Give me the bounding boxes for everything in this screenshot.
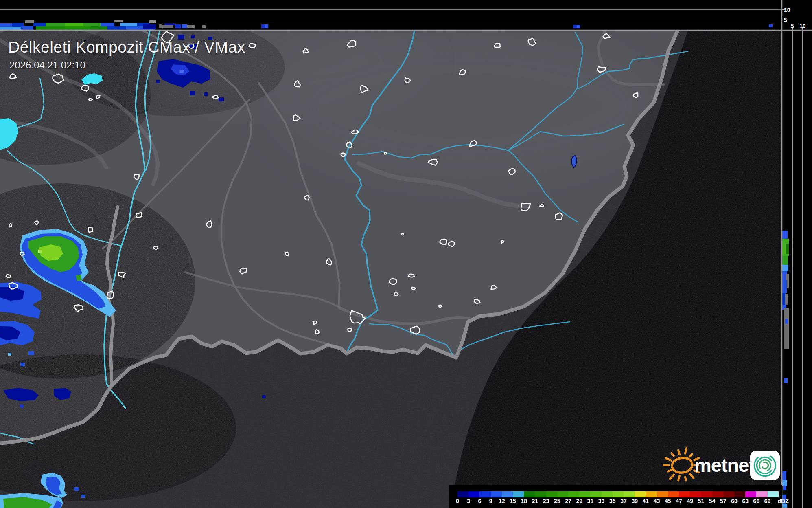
radar-echo-cell (81, 495, 85, 498)
radar-viewer: 105510 metnet Délkeleti Kompozit CMax / … (0, 0, 812, 508)
profile-echo-cell (126, 26, 142, 30)
axis-label: 10 (784, 7, 790, 13)
profile-echo-cell (182, 24, 187, 28)
legend-tick-label: 3 (467, 498, 470, 504)
legend-swatch (701, 491, 712, 497)
legend-unit-label: dBZ (777, 498, 788, 504)
profile-echo-cell (782, 480, 787, 486)
legend-swatch (712, 491, 723, 497)
legend-swatch (513, 491, 524, 497)
profile-echo-cell (120, 23, 137, 26)
axis-label: 5 (784, 17, 787, 23)
profile-echo-cell (782, 231, 788, 239)
profile-echo-cell (0, 23, 12, 27)
legend-tick-label: 27 (565, 498, 571, 504)
radar-echo-cell (8, 353, 11, 356)
profile-echo-cell (782, 265, 788, 271)
radar-echo-cell (20, 363, 25, 366)
profile-echo-cell (782, 256, 788, 265)
radar-echo-cell (191, 35, 195, 38)
legend-swatch (679, 491, 690, 497)
legend-tick-label: 63 (742, 498, 749, 504)
radar-echo-cell (20, 405, 24, 408)
legend-tick-label: 31 (587, 498, 594, 504)
legend-tick-label: 21 (532, 498, 538, 504)
radar-echo-cell (190, 91, 195, 95)
legend-swatch (745, 491, 756, 497)
axis-label: 5 (791, 23, 794, 29)
legend-swatch (557, 491, 568, 497)
profile-echo-cell (159, 24, 162, 28)
radar-echo-cell (156, 80, 160, 83)
profile-echo-cell (25, 20, 34, 23)
legend-tick-label: 69 (764, 498, 771, 504)
legend-swatch (491, 491, 502, 497)
profile-echo-cell (65, 23, 83, 26)
sun-ray (678, 476, 680, 480)
legend-tick-label: 35 (609, 498, 616, 504)
profile-echo-cell (114, 20, 123, 22)
legend-tick-label: 15 (510, 498, 516, 504)
dbz-color-legend: 0369121518212325272931333537394143454749… (449, 485, 782, 508)
profile-echo-cell (785, 319, 788, 324)
legend-tick-label: 49 (687, 498, 693, 504)
radar-echo-cell (219, 97, 224, 101)
legend-tick-label: 60 (731, 498, 738, 504)
legend-tick-label: 9 (489, 498, 492, 504)
profile-echo-cell (143, 24, 156, 29)
profile-echo-cell (175, 24, 181, 28)
profile-echo-cell (573, 25, 577, 28)
legend-swatch (690, 491, 701, 497)
map-title: Délkeleti Kompozit CMax / VMax (8, 38, 245, 56)
profile-echo-cell (46, 23, 65, 26)
legend-swatch (590, 491, 601, 497)
legend-swatch (624, 491, 635, 497)
profile-echo-cell (261, 24, 265, 28)
legend-tick-label: 41 (643, 498, 649, 504)
profile-echo-cell (187, 25, 195, 28)
radar-echo-cell (262, 395, 266, 398)
profile-echo-cell (783, 486, 786, 490)
legend-tick-label: 57 (720, 498, 727, 504)
profile-echo-cell (782, 280, 787, 293)
legend-swatch (468, 491, 479, 497)
legend-swatch (613, 491, 624, 497)
axis-label: 10 (799, 23, 806, 29)
terrain-layer (0, 0, 812, 508)
radar-echo-cell (74, 487, 79, 491)
profile-echo-cell (577, 25, 580, 28)
legend-swatch (668, 491, 679, 497)
legend-tick-label: 47 (676, 498, 682, 504)
radar-map-canvas[interactable]: 105510 metnet (0, 0, 812, 508)
profile-echo-cell (202, 25, 206, 28)
legend-swatch (635, 491, 646, 497)
legend-swatch (502, 491, 513, 497)
profile-echo-cell (33, 23, 46, 26)
radar-echo-cell (204, 92, 208, 96)
legend-swatch (535, 491, 546, 497)
legend-swatch (524, 491, 535, 497)
legend-swatch (479, 491, 490, 497)
profile-echo-cell (785, 294, 788, 305)
map-timestamp: 2026.04.21 02:10 (9, 59, 85, 71)
profile-echo-cell (786, 244, 789, 254)
profile-echo-cell (149, 20, 156, 23)
legend-swatch (723, 491, 734, 497)
legend-swatch (768, 491, 779, 497)
legend-swatch (657, 491, 668, 497)
legend-tick-label: 45 (665, 498, 671, 504)
radar-echo-cell (28, 351, 34, 355)
legend-tick-label: 37 (620, 498, 627, 504)
legend-tick-label: 0 (456, 498, 459, 504)
profile-echo-cell (784, 325, 789, 349)
hungaromet-spiral-icon (750, 451, 780, 480)
legend-tick-label: 39 (631, 498, 638, 504)
legend-tick-label: 54 (709, 498, 716, 504)
legend-tick-label: 29 (576, 498, 582, 504)
profile-echo-cell (265, 24, 268, 28)
legend-tick-label: 51 (698, 498, 705, 504)
legend-tick-label: 18 (521, 498, 527, 504)
legend-swatch (579, 491, 590, 497)
profile-echo-cell (162, 25, 173, 28)
profile-echo-cell (83, 23, 101, 26)
